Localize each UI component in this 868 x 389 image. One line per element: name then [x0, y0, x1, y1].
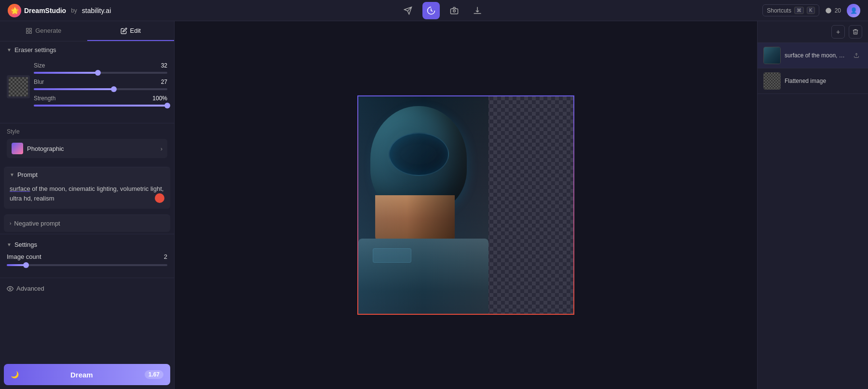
style-select-left: Photographic [12, 143, 64, 154]
credits-value: 20 [835, 7, 841, 14]
blur-slider-fill [34, 88, 114, 90]
style-value: Photographic [27, 145, 64, 152]
layer-item-2[interactable]: Flattened image [758, 68, 868, 94]
layer-item-1[interactable]: surface of the moon, cinematr... [758, 43, 868, 68]
prompt-body: surface of the moon, cinematic lighting,… [4, 182, 170, 209]
canvas-wrapper [357, 95, 574, 315]
topbar-right: Shortcuts ⌘ K 20 👤 [762, 4, 860, 17]
logo-area: 🌟 DreamStudio by stability.ai [8, 4, 111, 17]
paint-icon-btn[interactable] [422, 2, 440, 19]
kbd2: K [807, 7, 815, 14]
eye-icon [7, 285, 14, 292]
eraser-settings-header[interactable]: ▼ Eraser settings [0, 41, 174, 58]
topbar: 🌟 DreamStudio by stability.ai Shortcuts … [0, 0, 868, 21]
sliders-group: Size 32 Blur 27 [34, 62, 167, 111]
advanced-header[interactable]: Advanced [0, 280, 174, 297]
add-icon: + [836, 28, 840, 36]
shortcuts-label: Shortcuts [767, 7, 791, 14]
advanced-section: Advanced [0, 278, 174, 299]
strength-slider[interactable] [34, 105, 167, 107]
negative-prompt-section: › Negative prompt [4, 215, 170, 232]
tab-generate[interactable]: Generate [0, 21, 87, 41]
settings-chevron-icon: ▼ [7, 242, 12, 247]
image-count-label-row: Image count 2 [7, 253, 167, 260]
tabs-row: Generate Edit [0, 21, 174, 41]
layer-1-upload-button[interactable] [851, 50, 862, 61]
send-icon-btn[interactable] [399, 2, 417, 19]
canvas-area[interactable] [175, 21, 757, 389]
prompt-text[interactable]: surface of the moon, cinematic lighting,… [10, 184, 164, 203]
right-panel: + surface of the moon, cinematr... Flatt… [757, 21, 868, 389]
svg-rect-6 [29, 31, 31, 33]
advanced-label: Advanced [16, 285, 44, 292]
face-area [375, 195, 455, 243]
settings-header[interactable]: ▼ Settings [0, 236, 174, 253]
suit-area [358, 239, 488, 314]
size-slider-thumb [95, 70, 101, 76]
prompt-header[interactable]: ▼ Prompt [4, 167, 170, 182]
style-select[interactable]: Photographic › [7, 139, 167, 158]
strength-label: Strength [34, 95, 55, 102]
blur-slider[interactable] [34, 88, 167, 90]
trash-icon [852, 28, 859, 35]
dream-button[interactable]: 🌙 Dream 1.67 [4, 364, 170, 385]
size-value: 32 [161, 62, 167, 69]
blur-slider-thumb [111, 86, 117, 92]
neg-prompt-expand-icon: › [10, 221, 11, 226]
astronaut-image [358, 96, 488, 314]
image-count-slider-thumb [23, 262, 29, 268]
svg-point-1 [453, 10, 456, 12]
svg-point-7 [9, 288, 11, 290]
image-count-value: 2 [164, 253, 167, 260]
eraser-sliders-row: Size 32 Blur 27 [7, 62, 167, 111]
credits-badge[interactable]: 20 [825, 7, 841, 14]
camera-icon-btn[interactable] [446, 2, 463, 19]
dream-cost-badge: 1.67 [145, 370, 163, 379]
dream-icon: 🌙 [11, 371, 19, 378]
strength-slider-line: Strength 100% [34, 95, 167, 102]
negative-prompt-label: Negative prompt [14, 220, 60, 227]
brand-name: stability.ai [82, 7, 111, 14]
prompt-underline-word: surface [10, 185, 30, 192]
settings-label: Settings [14, 241, 37, 248]
add-layer-button[interactable]: + [831, 25, 845, 39]
delete-layer-button[interactable] [849, 25, 862, 39]
layer-1-thumbnail [763, 47, 781, 64]
kbd1: ⌘ [794, 7, 804, 14]
settings-section: ▼ Settings Image count 2 [0, 234, 174, 278]
download-icon-btn[interactable] [469, 2, 486, 19]
logo-by-text: by [71, 7, 77, 14]
eraser-chevron-icon: ▼ [7, 47, 12, 53]
record-button[interactable] [155, 193, 164, 203]
eraser-preview [7, 75, 30, 98]
blur-value: 27 [161, 79, 167, 85]
app-name: DreamStudio [24, 7, 66, 14]
style-label: Style [7, 128, 167, 135]
strength-slider-fill [34, 105, 167, 107]
eraser-settings-label: Eraser settings [14, 46, 56, 54]
svg-rect-4 [29, 28, 31, 30]
prompt-rest-text: of the moon, cinematic lighting, volumet… [10, 185, 163, 202]
size-slider[interactable] [34, 72, 167, 74]
size-slider-fill [34, 72, 98, 74]
shortcuts-button[interactable]: Shortcuts ⌘ K [762, 4, 819, 16]
right-panel-header: + [758, 21, 868, 43]
user-avatar[interactable]: 👤 [847, 4, 860, 17]
style-section: Style Photographic › [0, 123, 174, 163]
prompt-chevron-icon: ▼ [10, 172, 14, 177]
svg-rect-5 [27, 31, 28, 33]
dream-label: Dream [19, 371, 145, 379]
style-photographic-icon [12, 143, 23, 154]
left-sidebar: Generate Edit ▼ Eraser settings Size [0, 21, 175, 389]
prompt-section: ▼ Prompt surface of the moon, cinematic … [4, 167, 170, 209]
upload-icon [854, 53, 859, 58]
layer-2-checker [764, 73, 780, 89]
negative-prompt-header[interactable]: › Negative prompt [4, 215, 170, 232]
layer-2-thumbnail [763, 72, 781, 90]
size-label: Size [34, 62, 45, 69]
image-count-slider[interactable] [7, 264, 167, 266]
strength-slider-thumb [164, 103, 170, 108]
tab-edit-label: Edit [130, 27, 141, 34]
size-slider-line: Size 32 [34, 62, 167, 69]
tab-edit[interactable]: Edit [87, 21, 175, 41]
